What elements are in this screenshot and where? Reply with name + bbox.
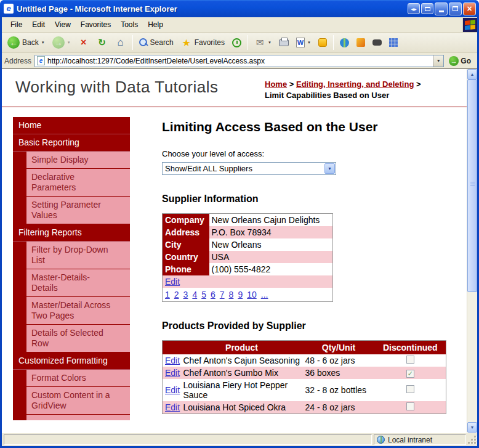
menu-tools[interactable]: Tools (116, 18, 143, 31)
page-body: Home Basic Reporting Simple Display Decl… (2, 107, 467, 433)
security-zone-panel: Local intranet (374, 434, 466, 445)
sidebar-item-setting-parameter-values[interactable]: Setting Parameter Values (26, 197, 130, 224)
access-level-select[interactable]: Show/Edit ALL Suppliers ▼ (162, 162, 336, 175)
sidebar-item-customized-formatting[interactable]: Customized Formatting (13, 352, 130, 370)
print-button[interactable] (276, 38, 292, 48)
menu-edit[interactable]: Edit (27, 18, 50, 31)
print-icon (279, 39, 289, 46)
address-dropdown-button[interactable]: ▼ (433, 55, 443, 67)
table-row: Edit Louisiana Hot Spiced Okra 24 - 8 oz… (163, 401, 446, 414)
supplier-edit-link[interactable]: Edit (165, 277, 180, 287)
addon-button-3[interactable] (369, 38, 385, 47)
status-message-panel (4, 434, 372, 445)
sidebar-item-declarative-parameters[interactable]: Declarative Parameters (26, 169, 130, 197)
back-button[interactable]: ← Back ▼ (4, 35, 48, 51)
sidebar-item-filtering-reports[interactable]: Filtering Reports (13, 224, 130, 242)
pager-link-more[interactable]: ... (261, 290, 268, 299)
pager-link-10[interactable]: 10 (247, 290, 257, 299)
mail-dropdown-icon[interactable]: ▼ (268, 41, 272, 44)
mail-button[interactable]: ✉ ▼ (251, 35, 275, 50)
search-icon (139, 38, 148, 47)
supplier-details-table: Company New Orleans Cajun Delights Addre… (162, 213, 333, 302)
addon-button-2[interactable] (353, 36, 368, 49)
forward-button[interactable]: → ▼ (49, 35, 74, 51)
scrollbar-thumb[interactable] (467, 79, 477, 292)
home-button[interactable]: ⌂ (112, 35, 129, 50)
addon-button-4[interactable] (386, 36, 401, 49)
discontinued-checkbox[interactable]: ✓ (406, 370, 414, 378)
product-qty-cell: 48 - 6 oz jars (303, 354, 375, 367)
access-level-selected-value: Show/Edit ALL Suppliers (165, 164, 252, 173)
refresh-button[interactable]: ↻ (94, 35, 111, 50)
messenger-button[interactable] (315, 36, 330, 49)
go-label: Go (461, 57, 471, 65)
address-label: Address (4, 57, 31, 65)
pager-link-7[interactable]: 7 (220, 290, 225, 299)
supplier-field-value: P.O. Box 78934 (209, 226, 333, 238)
breadcrumb-home-link[interactable]: Home (265, 79, 287, 89)
pager-link-3[interactable]: 3 (183, 290, 188, 299)
product-edit-link[interactable]: Edit (165, 402, 180, 412)
table-row: Address P.O. Box 78934 (163, 226, 333, 238)
back-dropdown-icon[interactable]: ▼ (41, 41, 45, 44)
product-name-cell: Louisiana Fiery Hot Pepper Sauce (181, 379, 303, 401)
refresh-icon: ↻ (97, 37, 108, 48)
address-input[interactable] (47, 55, 433, 67)
addon-icon-3 (372, 39, 382, 46)
sidebar-item-format-colors[interactable]: Format Colors (26, 370, 130, 387)
sidebar-item-simple-display[interactable]: Simple Display (26, 152, 130, 169)
pager-link-8[interactable]: 8 (229, 290, 234, 299)
scroll-down-button[interactable]: ▼ (467, 422, 477, 433)
minimize-button[interactable] (435, 2, 448, 15)
favorites-button[interactable]: ★ Favorites (178, 35, 228, 50)
sidebar-item-master-detail-two-pages[interactable]: Master/Detail Across Two Pages (26, 297, 130, 325)
edit-with-word-button[interactable]: W ▼ (293, 36, 314, 49)
window-shortcut-button[interactable] (421, 3, 433, 14)
go-button[interactable]: → Go (447, 55, 475, 67)
resize-grip[interactable] (468, 434, 477, 445)
edit-dropdown-icon[interactable]: ▼ (307, 41, 311, 44)
vertical-scrollbar[interactable]: ▲ ▼ (467, 69, 477, 433)
addon-button-1[interactable] (337, 36, 352, 49)
sidebar-item-clipped[interactable] (26, 415, 130, 420)
pager-link-4[interactable]: 4 (192, 290, 197, 299)
minimize-icon (439, 10, 444, 12)
pager-link-5[interactable]: 5 (201, 290, 206, 299)
product-edit-link[interactable]: Edit (165, 385, 180, 395)
products-header-product: Product (181, 341, 303, 355)
pager-link-2[interactable]: 2 (174, 290, 179, 299)
history-icon (232, 38, 241, 47)
discontinued-checkbox[interactable] (406, 356, 414, 364)
stop-icon: × (78, 37, 89, 48)
sidebar-item-details-of-selected-row[interactable]: Details of Selected Row (26, 325, 130, 352)
sidebar-item-basic-reporting[interactable]: Basic Reporting (13, 134, 130, 152)
close-button[interactable]: × (463, 2, 476, 15)
sidebar-item-master-details-details[interactable]: Master-Details-Details (26, 269, 130, 297)
pan-arrows-button[interactable]: ◀▶ (408, 3, 420, 14)
scroll-up-button[interactable]: ▲ (467, 69, 477, 79)
menu-view[interactable]: View (50, 18, 76, 31)
discontinued-checkbox[interactable] (406, 402, 414, 410)
sidebar-item-custom-content-gridview[interactable]: Custom Content in a GridView (26, 387, 130, 415)
sidebar-item-filter-by-dropdown-list[interactable]: Filter by Drop-Down List (26, 242, 130, 269)
sidebar-item-home[interactable]: Home (13, 117, 130, 134)
search-button[interactable]: Search (136, 36, 177, 49)
menu-favorites[interactable]: Favorites (76, 18, 116, 31)
product-name-cell: Louisiana Hot Spiced Okra (181, 401, 303, 414)
history-button[interactable] (229, 36, 244, 49)
scrollbar-track[interactable] (467, 292, 477, 422)
pager-link-6[interactable]: 6 (211, 290, 215, 299)
select-dropdown-icon[interactable]: ▼ (324, 163, 335, 174)
maximize-button[interactable] (449, 2, 462, 15)
breadcrumb-section-link[interactable]: Editing, Inserting, and Deleting (296, 79, 414, 89)
menu-file[interactable]: File (6, 18, 27, 31)
pager-link-9[interactable]: 9 (238, 290, 243, 299)
intranet-globe-icon (377, 436, 385, 444)
product-edit-link[interactable]: Edit (165, 368, 180, 378)
product-edit-link[interactable]: Edit (165, 356, 180, 365)
toolbar-separator (333, 35, 334, 50)
pager-link-1[interactable]: 1 (165, 290, 170, 299)
discontinued-checkbox[interactable] (406, 385, 414, 393)
stop-button[interactable]: × (75, 35, 92, 50)
menu-help[interactable]: Help (143, 18, 168, 31)
